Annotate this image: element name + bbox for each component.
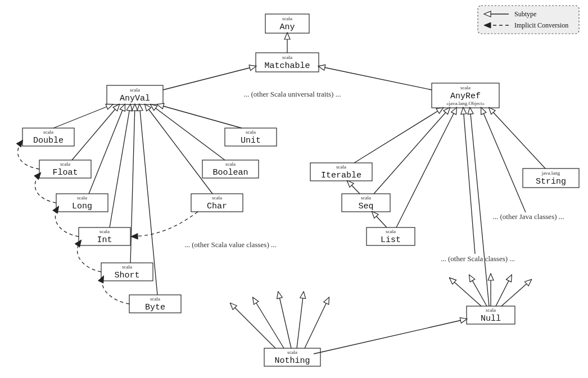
svg-text:Int: Int: [97, 235, 112, 245]
svg-line-80: [372, 212, 387, 227]
svg-text:scala: scala: [282, 54, 292, 60]
node-string: java.lang String: [523, 168, 579, 188]
node-char: scala Char: [191, 194, 243, 212]
svg-line-82: [469, 275, 487, 306]
svg-text:Null: Null: [481, 314, 501, 324]
svg-line-86: [230, 303, 275, 348]
svg-line-69: [145, 104, 212, 194]
svg-text:Double: Double: [33, 136, 64, 145]
svg-line-64: [72, 104, 119, 160]
node-matchable: scala Matchable: [256, 53, 319, 72]
scala-type-hierarchy-diagram: Subtype Implicit Conversion scala Any sc…: [0, 0, 588, 378]
note-value-classes: ... (other Scala value classes) ...: [184, 240, 277, 249]
node-anyval: scala AnyVal: [107, 85, 163, 104]
svg-line-63: [53, 104, 112, 128]
node-boolean: scala Boolean: [202, 160, 259, 178]
node-any: scala Any: [265, 14, 309, 33]
svg-text:scala: scala: [122, 264, 132, 270]
node-seq: scala Seq: [342, 194, 390, 212]
anyref-stereotype: «java.lang.Object»: [446, 101, 485, 106]
svg-line-88: [278, 292, 291, 348]
legend-implicit-label: Implicit Conversion: [514, 21, 568, 29]
node-unit: scala Unit: [225, 128, 277, 146]
svg-line-89: [297, 292, 304, 348]
svg-text:Matchable: Matchable: [264, 61, 310, 71]
svg-text:java.lang: java.lang: [541, 170, 560, 176]
node-long: scala Long: [56, 194, 108, 212]
svg-text:scala: scala: [150, 296, 160, 302]
note-java-classes: ... (other Java classes) ...: [492, 212, 564, 221]
svg-text:scala: scala: [77, 195, 87, 201]
node-list: scala List: [367, 227, 415, 245]
svg-text:scala: scala: [60, 161, 70, 167]
svg-text:scala: scala: [287, 349, 297, 355]
node-float: scala Float: [39, 160, 91, 178]
svg-text:Any: Any: [279, 22, 295, 32]
svg-text:scala: scala: [246, 129, 256, 135]
svg-text:scala: scala: [460, 85, 471, 90]
node-null: scala Null: [467, 306, 515, 324]
svg-text:AnyRef: AnyRef: [450, 92, 481, 101]
svg-text:scala: scala: [43, 129, 53, 135]
svg-text:Byte: Byte: [145, 303, 165, 312]
svg-line-76: [463, 108, 475, 254]
svg-text:AnyVal: AnyVal: [120, 94, 150, 103]
node-anyref: scala AnyRef «java.lang.Object»: [432, 83, 499, 108]
note-scala-classes: ... (other Scala classes) ...: [441, 254, 515, 263]
svg-text:scala: scala: [99, 229, 110, 234]
svg-line-73: [374, 108, 450, 194]
svg-line-61: [163, 66, 256, 90]
svg-line-85: [501, 280, 531, 306]
node-byte: scala Byte: [129, 295, 181, 313]
svg-text:Seq: Seq: [358, 202, 373, 211]
svg-line-65: [89, 104, 125, 194]
svg-text:Iterable: Iterable: [321, 171, 361, 180]
svg-text:Boolean: Boolean: [212, 168, 248, 177]
svg-text:scala: scala: [386, 229, 396, 234]
node-int: scala Int: [79, 227, 130, 245]
note-universal-traits: ... (other Scala universal traits) ...: [244, 90, 341, 98]
node-nothing: scala Nothing: [264, 348, 320, 366]
svg-line-79: [347, 181, 360, 194]
svg-text:Long: Long: [72, 202, 92, 211]
svg-line-75: [489, 108, 545, 168]
svg-line-71: [157, 104, 242, 128]
svg-text:Nothing: Nothing: [274, 356, 310, 366]
svg-text:Char: Char: [207, 202, 227, 211]
svg-text:Unit: Unit: [241, 136, 261, 145]
legend: Subtype Implicit Conversion: [478, 6, 579, 34]
svg-line-62: [319, 66, 432, 90]
node-short: scala Short: [101, 263, 153, 281]
svg-line-81: [450, 278, 481, 306]
svg-text:Short: Short: [114, 271, 139, 280]
svg-line-67: [130, 104, 135, 263]
svg-line-77: [470, 108, 489, 306]
svg-text:scala: scala: [486, 307, 496, 313]
svg-text:scala: scala: [361, 195, 371, 201]
svg-line-87: [253, 298, 284, 348]
svg-line-90: [305, 298, 329, 348]
svg-line-66: [110, 104, 130, 227]
svg-text:List: List: [381, 235, 401, 245]
edges-subtype: [53, 33, 545, 354]
legend-subtype-label: Subtype: [514, 10, 536, 18]
svg-text:scala: scala: [282, 16, 292, 21]
svg-text:Float: Float: [52, 168, 78, 177]
svg-line-91: [314, 319, 467, 354]
svg-text:scala: scala: [225, 161, 236, 167]
svg-text:String: String: [536, 177, 566, 186]
svg-text:scala: scala: [130, 87, 140, 93]
svg-line-84: [496, 275, 512, 306]
svg-text:scala: scala: [336, 164, 346, 170]
node-double: scala Double: [22, 128, 74, 146]
svg-line-72: [354, 108, 443, 163]
node-iterable: scala Iterable: [310, 163, 372, 181]
svg-text:scala: scala: [212, 195, 222, 201]
svg-line-74: [396, 108, 456, 227]
